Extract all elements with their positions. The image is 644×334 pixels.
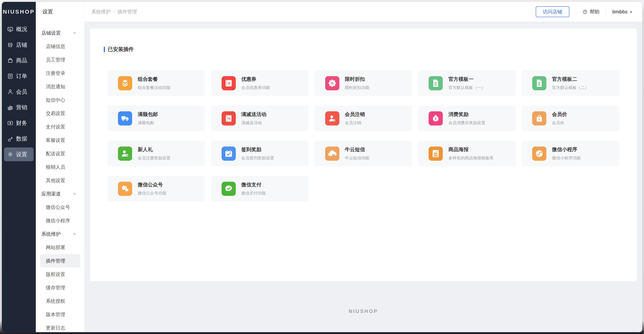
settings-menu-item-label: 核销人员 bbox=[46, 164, 65, 170]
settings-menu-item[interactable]: 插件管理 bbox=[40, 254, 80, 268]
plugin-card[interactable]: 官方模板二 官方默认模板（二） bbox=[522, 70, 619, 96]
plugin-card[interactable]: 满额包邮 满额包邮 bbox=[108, 106, 205, 131]
settings-menu-item-label: 网站部署 bbox=[46, 244, 65, 251]
installed-plugins-card: 已安装插件 组合套餐 组合套餐活动功能 bbox=[90, 28, 637, 281]
coupon-icon bbox=[224, 78, 234, 88]
settings-menu-item[interactable]: 应用渠道 bbox=[40, 187, 80, 201]
settings-icon bbox=[7, 151, 14, 158]
settings-menu-item[interactable]: 网站部署 bbox=[40, 241, 80, 254]
member-logout-icon bbox=[328, 114, 337, 123]
settings-menu-item[interactable]: 版权设置 bbox=[40, 268, 80, 281]
sidebar-item[interactable]: 商品 bbox=[2, 53, 36, 68]
visit-shop-button[interactable]: 访问店铺 bbox=[536, 6, 569, 17]
sidebar-item[interactable]: 营销 bbox=[2, 100, 36, 115]
plugin-description: 多样化的商品海报模板库 bbox=[448, 155, 494, 161]
plugin-description: 会员消费后奖励设置 bbox=[448, 120, 485, 126]
sidebar-item-label: 概况 bbox=[16, 25, 27, 33]
plugin-card[interactable]: 微信公众号 微信公众号功能 bbox=[108, 176, 205, 201]
plugin-description: 会员价 bbox=[552, 120, 567, 126]
plugin-card[interactable]: 组合套餐 组合套餐活动功能 bbox=[108, 70, 205, 96]
plugin-text: 满减送活动 满减送活动 bbox=[241, 111, 266, 126]
section-title: 已安装插件 bbox=[90, 28, 637, 53]
settings-menu-item[interactable]: 注册登录 bbox=[40, 66, 80, 80]
main-nav: 概况 店铺 商品 订单 会员 营销 财务 bbox=[2, 21, 36, 162]
settings-menu-item-label: 消息通知 bbox=[46, 83, 65, 90]
plugin-grid: 组合套餐 组合套餐活动功能 优惠券 会员优惠券功能 bbox=[108, 70, 619, 201]
settings-menu-item[interactable]: 其他设置 bbox=[40, 174, 80, 187]
plugin-card[interactable]: 新人礼 会员注册奖励设置 bbox=[108, 141, 205, 166]
settings-menu-item[interactable]: 版本管理 bbox=[40, 308, 80, 321]
settings-menu-item[interactable]: 微信小程序 bbox=[40, 214, 80, 227]
settings-sidebar: 设置 店铺设置 店铺信息 员工管理 注册登录 消息通知 bbox=[36, 2, 84, 332]
settings-menu-item-label: 员工管理 bbox=[46, 57, 65, 63]
plugin-card[interactable]: 商品海报 多样化的商品海报模板库 bbox=[418, 141, 516, 166]
overview-icon bbox=[7, 26, 14, 32]
sidebar-item-label: 会员 bbox=[16, 88, 27, 96]
topbar-divider bbox=[576, 8, 576, 16]
plugin-card[interactable]: 满减送活动 满减送活动 bbox=[211, 106, 308, 131]
plugin-card[interactable]: 签到奖励 会员签到奖励设置 bbox=[211, 141, 308, 166]
sidebar-item[interactable]: 财务 bbox=[2, 115, 36, 131]
sidebar-item-label: 商品 bbox=[16, 57, 27, 64]
breadcrumb-section: 系统维护 bbox=[91, 8, 111, 15]
plugin-card[interactable]: 会员价 会员价 bbox=[522, 106, 619, 131]
sidebar-item[interactable]: 会员 bbox=[2, 84, 36, 100]
help-button[interactable]: 帮助 bbox=[582, 8, 600, 15]
coupon-percent-icon bbox=[224, 114, 234, 123]
settings-menu-item[interactable]: 系统维护 bbox=[40, 227, 80, 241]
settings-sidebar-title: 设置 bbox=[42, 8, 53, 15]
plugin-card[interactable]: 消费奖励 会员消费后奖励设置 bbox=[418, 106, 516, 131]
settings-menu-item[interactable]: 支付设置 bbox=[40, 120, 80, 133]
plugin-text: 商品海报 多样化的商品海报模板库 bbox=[448, 146, 494, 161]
sms-cloud-icon bbox=[328, 149, 337, 158]
members-icon bbox=[7, 88, 14, 95]
plugin-text: 优惠券 会员优惠券功能 bbox=[241, 76, 270, 90]
sidebar-item[interactable]: 店铺 bbox=[2, 37, 36, 53]
plugin-description: 满减送活动 bbox=[241, 120, 266, 126]
settings-menu-item[interactable]: 店铺设置 bbox=[40, 26, 80, 40]
sidebar-item[interactable]: 设置 bbox=[2, 147, 36, 162]
signin-calendar-icon bbox=[224, 149, 234, 158]
settings-menu-item[interactable]: 缓存管理 bbox=[40, 281, 80, 294]
settings-menu-item[interactable]: 客服设置 bbox=[40, 133, 80, 147]
plugin-card[interactable]: 官方模板一 官方默认模板（一） bbox=[418, 70, 516, 96]
plugin-description: 会员签到奖励设置 bbox=[241, 155, 274, 161]
plugin-text: 签到奖励 会员签到奖励设置 bbox=[241, 146, 274, 161]
settings-menu-item-label: 缓存管理 bbox=[46, 285, 65, 291]
plugin-card[interactable]: 会员注销 会员注销 bbox=[315, 106, 412, 131]
data-icon bbox=[7, 135, 14, 142]
plugin-card[interactable]: 微信支付 微信支付功能 bbox=[211, 176, 308, 201]
plugin-title: 组合套餐 bbox=[138, 76, 170, 82]
plugin-title: 消费奖励 bbox=[448, 111, 485, 118]
plugin-card[interactable]: 限时折扣 限时折扣功能 bbox=[315, 70, 412, 96]
sidebar-item[interactable]: 数据 bbox=[2, 131, 36, 147]
plugin-description: 满额包邮 bbox=[138, 120, 158, 126]
sidebar-item[interactable]: 订单 bbox=[2, 68, 36, 84]
plugin-text: 消费奖励 会员消费后奖励设置 bbox=[448, 111, 485, 126]
settings-menu-item[interactable]: 员工管理 bbox=[40, 53, 80, 66]
settings-menu-item-label: 系统维护 bbox=[41, 231, 61, 237]
money-bag-icon bbox=[431, 114, 440, 123]
plugin-card[interactable]: 微信小程序 微信小程序功能 bbox=[522, 141, 619, 166]
settings-menu-item[interactable]: 消息通知 bbox=[40, 80, 80, 93]
settings-menu-item[interactable]: 店铺信息 bbox=[40, 40, 80, 53]
settings-menu-item-label: 店铺信息 bbox=[46, 43, 65, 50]
plugin-description: 微信支付功能 bbox=[241, 190, 266, 196]
settings-menu-item[interactable]: 交易设置 bbox=[40, 107, 80, 120]
user-dropdown[interactable]: timibbs bbox=[612, 9, 633, 15]
chevron-down-icon bbox=[72, 232, 77, 236]
settings-menu-item[interactable]: 短信中心 bbox=[40, 93, 80, 107]
plugin-description: 微信公众号功能 bbox=[138, 190, 166, 196]
plugin-description: 牛云短信功能 bbox=[345, 155, 370, 161]
settings-menu-item[interactable]: 核销人员 bbox=[40, 160, 80, 174]
plugin-description: 官方默认模板（二） bbox=[552, 85, 589, 90]
settings-menu-item[interactable]: 配送设置 bbox=[40, 147, 80, 160]
settings-menu-item[interactable]: 更新日志 bbox=[40, 321, 80, 332]
settings-menu-item[interactable]: 系统授权 bbox=[40, 294, 80, 308]
settings-menu-item[interactable]: 微信公众号 bbox=[40, 201, 80, 214]
plugin-card[interactable]: 牛云短信 牛云短信功能 bbox=[315, 141, 412, 166]
plugin-description: 官方默认模板（一） bbox=[448, 85, 485, 90]
discount-badge-icon bbox=[328, 78, 337, 88]
plugin-card[interactable]: 优惠券 会员优惠券功能 bbox=[211, 70, 308, 96]
sidebar-item[interactable]: 概况 bbox=[2, 21, 36, 37]
